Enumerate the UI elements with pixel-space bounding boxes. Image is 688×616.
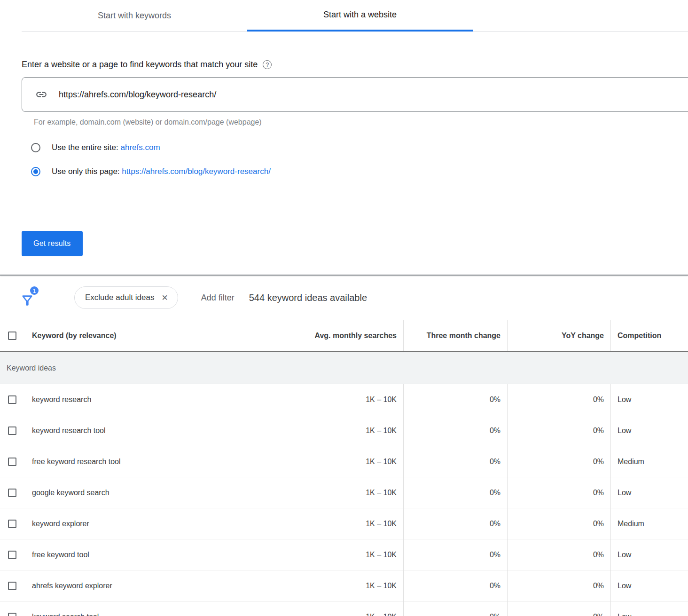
row-avg-monthly-searches: 1K – 10K: [254, 508, 403, 539]
table-row[interactable]: google keyword search 1K – 10K 0% 0% Low: [0, 477, 688, 508]
filter-bar: 1 Exclude adult ideas ✕ Add filter 544 k…: [0, 276, 688, 320]
row-keyword: keyword research tool: [32, 426, 106, 435]
row-keyword-cell: free keyword research tool: [0, 446, 254, 477]
row-checkbox[interactable]: [8, 395, 16, 404]
this-page-link[interactable]: https://ahrefs.com/blog/keyword-research…: [122, 167, 271, 176]
add-filter-button[interactable]: Add filter: [201, 293, 235, 303]
table-row[interactable]: keyword research 1K – 10K 0% 0% Low: [0, 384, 688, 415]
row-competition: Low: [610, 570, 688, 601]
table-row[interactable]: keyword research tool 1K – 10K 0% 0% Low: [0, 415, 688, 446]
row-competition: Medium: [610, 508, 688, 539]
get-results-button[interactable]: Get results: [22, 231, 83, 256]
row-competition: Low: [610, 415, 688, 446]
row-checkbox[interactable]: [8, 551, 16, 559]
row-yoy-change: 0%: [507, 477, 610, 508]
table-row[interactable]: keyword explorer 1K – 10K 0% 0% Medium: [0, 508, 688, 539]
row-keyword-cell: keyword explorer: [0, 508, 254, 539]
row-three-month-change: 0%: [403, 446, 507, 477]
row-three-month-change: 0%: [403, 539, 507, 570]
row-keyword: keyword explorer: [32, 520, 89, 528]
row-checkbox[interactable]: [8, 582, 16, 590]
row-avg-monthly-searches: 1K – 10K: [254, 384, 403, 415]
row-competition: Low: [610, 477, 688, 508]
row-avg-monthly-searches: 1K – 10K: [254, 415, 403, 446]
row-avg-monthly-searches: 1K – 10K: [254, 539, 403, 570]
row-yoy-change: 0%: [507, 446, 610, 477]
row-keyword: keyword search tool: [32, 613, 99, 616]
row-checkbox[interactable]: [8, 489, 16, 497]
row-checkbox[interactable]: [8, 426, 16, 435]
row-keyword-cell: free keyword tool: [0, 539, 254, 570]
table-row[interactable]: free keyword tool 1K – 10K 0% 0% Low: [0, 539, 688, 570]
row-avg-monthly-searches: 1K – 10K: [254, 446, 403, 477]
table-body: keyword research 1K – 10K 0% 0% Low: [0, 384, 688, 616]
keyword-ideas-section-row: Keyword ideas: [0, 352, 688, 384]
table-row[interactable]: free keyword research tool 1K – 10K 0% 0…: [0, 446, 688, 477]
row-three-month-change: 0%: [403, 415, 507, 446]
row-keyword: free keyword tool: [32, 551, 89, 559]
radio-only-this-page[interactable]: [31, 167, 40, 176]
tab-start-with-keywords[interactable]: Start with keywords: [22, 0, 247, 32]
select-all-checkbox[interactable]: [8, 332, 16, 340]
row-three-month-change: 0%: [403, 477, 507, 508]
row-checkbox[interactable]: [8, 458, 16, 466]
table-row[interactable]: keyword search tool 1K – 10K 0% 0% Low: [0, 601, 688, 616]
row-competition: Medium: [610, 446, 688, 477]
entire-site-link[interactable]: ahrefs.com: [120, 143, 160, 152]
scope-radio-group: Use the entire site: ahrefs.com Use only…: [22, 142, 688, 177]
header-avg-monthly-searches: Avg. monthly searches: [254, 320, 403, 351]
website-form: Enter a website or a page to find keywor…: [22, 60, 688, 177]
row-competition: Low: [610, 384, 688, 415]
row-keyword-cell: keyword research tool: [0, 415, 254, 446]
url-hint: For example, domain.com (website) or dom…: [34, 118, 688, 126]
row-yoy-change: 0%: [507, 508, 610, 539]
header-keyword-cell: Keyword (by relevance): [0, 320, 254, 351]
row-avg-monthly-searches: 1K – 10K: [254, 477, 403, 508]
row-yoy-change: 0%: [507, 415, 610, 446]
keyword-ideas-count: 544 keyword ideas available: [249, 292, 367, 303]
url-input-box[interactable]: [22, 77, 688, 112]
row-keyword: keyword research: [32, 395, 91, 404]
row-yoy-change: 0%: [507, 539, 610, 570]
filter-chip-label: Exclude adult ideas: [85, 293, 154, 302]
row-keyword-cell: keyword research: [0, 384, 254, 415]
row-competition: Low: [610, 539, 688, 570]
header-three-month-change: Three month change: [403, 320, 507, 351]
row-keyword-cell: google keyword search: [0, 477, 254, 508]
tab-start-with-a-website[interactable]: Start with a website: [247, 0, 473, 32]
form-label: Enter a website or a page to find keywor…: [22, 60, 258, 70]
table-row[interactable]: ahrefs keyword explorer 1K – 10K 0% 0% L…: [0, 570, 688, 601]
row-keyword: google keyword search: [32, 489, 109, 497]
row-three-month-change: 0%: [403, 601, 507, 616]
row-yoy-change: 0%: [507, 384, 610, 415]
row-checkbox[interactable]: [8, 613, 16, 616]
header-competition: Competition: [610, 320, 688, 351]
row-keyword-cell: ahrefs keyword explorer: [0, 570, 254, 601]
radio-row-this-page: Use only this page: https://ahrefs.com/b…: [31, 166, 688, 177]
row-three-month-change: 0%: [403, 384, 507, 415]
tab-bar: Start with keywords Start with a website: [22, 0, 688, 32]
row-avg-monthly-searches: 1K – 10K: [254, 570, 403, 601]
row-competition: Low: [610, 601, 688, 616]
row-checkbox[interactable]: [8, 520, 16, 528]
table-header-row: Keyword (by relevance) Avg. monthly sear…: [0, 320, 688, 352]
link-icon: [35, 88, 47, 101]
row-three-month-change: 0%: [403, 570, 507, 601]
filter-count-badge: 1: [29, 285, 39, 296]
help-icon[interactable]: ?: [263, 60, 272, 69]
radio-row-entire-site: Use the entire site: ahrefs.com: [31, 142, 688, 153]
row-avg-monthly-searches: 1K – 10K: [254, 601, 403, 616]
row-keyword: free keyword research tool: [32, 458, 121, 466]
radio-entire-site-label: Use the entire site: ahrefs.com: [52, 143, 160, 152]
filter-funnel-icon[interactable]: 1: [20, 287, 37, 308]
url-input[interactable]: [59, 90, 623, 100]
radio-entire-site[interactable]: [31, 143, 40, 152]
radio-only-this-page-label: Use only this page: https://ahrefs.com/b…: [52, 167, 271, 176]
chip-close-icon[interactable]: ✕: [161, 293, 168, 303]
header-keyword: Keyword (by relevance): [32, 332, 117, 340]
row-keyword: ahrefs keyword explorer: [32, 582, 112, 590]
header-yoy-change: YoY change: [507, 320, 610, 351]
row-keyword-cell: keyword search tool: [0, 601, 254, 616]
filter-chip-exclude-adult-ideas[interactable]: Exclude adult ideas ✕: [74, 286, 178, 309]
keyword-ideas-table: Keyword (by relevance) Avg. monthly sear…: [0, 320, 688, 616]
